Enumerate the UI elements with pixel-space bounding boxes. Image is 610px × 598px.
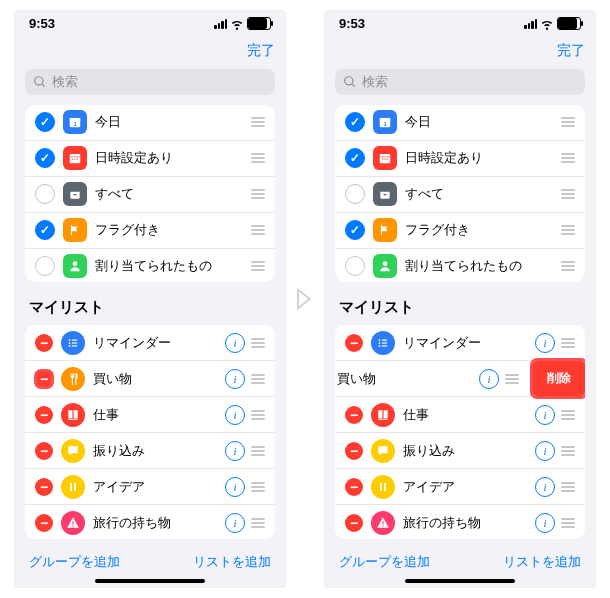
reorder-grip[interactable] bbox=[561, 153, 575, 163]
checkbox[interactable]: ✓ bbox=[345, 220, 365, 240]
info-button[interactable]: i bbox=[225, 441, 245, 461]
reorder-grip[interactable] bbox=[251, 374, 265, 384]
reorder-grip[interactable] bbox=[251, 189, 265, 199]
reorder-grip[interactable] bbox=[561, 189, 575, 199]
alert-icon bbox=[61, 511, 85, 535]
list-row[interactable]: − リマインダー i bbox=[335, 325, 585, 361]
remove-button[interactable]: − bbox=[35, 370, 53, 388]
calendar-today-icon bbox=[373, 110, 397, 134]
smart-row[interactable]: ✓ フラグ付き bbox=[25, 213, 275, 249]
phone-left: 9:53 完了 検索 ✓ 今日 ✓ 日時設定あり すべて ✓ フ bbox=[14, 10, 286, 588]
my-lists-section: − リマインダー i 買い物 i 削除 − 仕事 i − 振り込み i − アイ… bbox=[335, 325, 585, 539]
smart-row[interactable]: すべて bbox=[25, 177, 275, 213]
remove-button[interactable]: − bbox=[345, 514, 363, 532]
list-row[interactable]: − 仕事 i bbox=[25, 397, 275, 433]
reorder-grip[interactable] bbox=[251, 410, 265, 420]
checkbox[interactable] bbox=[35, 256, 55, 276]
list-row[interactable]: − 旅行の持ち物 i bbox=[335, 505, 585, 539]
smart-row[interactable]: 割り当てられたもの bbox=[335, 249, 585, 283]
smart-row[interactable]: ✓ 日時設定あり bbox=[335, 141, 585, 177]
list-row[interactable]: − 買い物 i bbox=[25, 361, 275, 397]
remove-button[interactable]: − bbox=[345, 442, 363, 460]
remove-button[interactable]: − bbox=[345, 406, 363, 424]
reorder-grip[interactable] bbox=[561, 225, 575, 235]
reorder-grip[interactable] bbox=[251, 518, 265, 528]
reorder-grip[interactable] bbox=[561, 261, 575, 271]
info-button[interactable]: i bbox=[535, 441, 555, 461]
reorder-grip[interactable] bbox=[251, 153, 265, 163]
list-label: 振り込み bbox=[403, 442, 535, 460]
flag-icon bbox=[63, 218, 87, 242]
smart-row[interactable]: すべて bbox=[335, 177, 585, 213]
reorder-grip[interactable] bbox=[561, 518, 575, 528]
reorder-grip[interactable] bbox=[505, 374, 519, 384]
reorder-grip[interactable] bbox=[251, 482, 265, 492]
remove-button[interactable]: − bbox=[345, 334, 363, 352]
info-button[interactable]: i bbox=[535, 333, 555, 353]
smart-row[interactable]: ✓ フラグ付き bbox=[335, 213, 585, 249]
book-icon bbox=[61, 403, 85, 427]
calendar-icon bbox=[373, 146, 397, 170]
checkbox[interactable]: ✓ bbox=[345, 112, 365, 132]
list-row[interactable]: 買い物 i 削除 bbox=[335, 361, 585, 397]
add-group-button[interactable]: グループを追加 bbox=[339, 553, 430, 571]
smart-row[interactable]: ✓ 日時設定あり bbox=[25, 141, 275, 177]
list-row[interactable]: − アイデア i bbox=[25, 469, 275, 505]
add-list-button[interactable]: リストを追加 bbox=[503, 553, 581, 571]
reorder-grip[interactable] bbox=[251, 446, 265, 456]
add-group-button[interactable]: グループを追加 bbox=[29, 553, 120, 571]
remove-button[interactable]: − bbox=[35, 406, 53, 424]
info-button[interactable]: i bbox=[225, 333, 245, 353]
remove-button[interactable]: − bbox=[35, 514, 53, 532]
list-row[interactable]: − 振り込み i bbox=[25, 433, 275, 469]
info-button[interactable]: i bbox=[535, 513, 555, 533]
checkbox[interactable] bbox=[35, 184, 55, 204]
remove-button[interactable]: − bbox=[345, 478, 363, 496]
tray-icon bbox=[373, 182, 397, 206]
reorder-grip[interactable] bbox=[251, 338, 265, 348]
reorder-grip[interactable] bbox=[561, 482, 575, 492]
add-list-button[interactable]: リストを追加 bbox=[193, 553, 271, 571]
reorder-grip[interactable] bbox=[561, 410, 575, 420]
list-label: 買い物 bbox=[93, 370, 225, 388]
list-row[interactable]: − 振り込み i bbox=[335, 433, 585, 469]
home-indicator[interactable] bbox=[95, 579, 205, 583]
checkbox[interactable]: ✓ bbox=[345, 148, 365, 168]
list-row[interactable]: − 旅行の持ち物 i bbox=[25, 505, 275, 539]
info-button[interactable]: i bbox=[535, 477, 555, 497]
checkbox[interactable]: ✓ bbox=[35, 112, 55, 132]
remove-button[interactable]: − bbox=[35, 478, 53, 496]
checkbox[interactable] bbox=[345, 256, 365, 276]
list-row[interactable]: − 仕事 i bbox=[335, 397, 585, 433]
reorder-grip[interactable] bbox=[251, 117, 265, 127]
info-button[interactable]: i bbox=[479, 369, 499, 389]
reorder-grip[interactable] bbox=[251, 261, 265, 271]
delete-button[interactable]: 削除 bbox=[533, 361, 585, 396]
info-button[interactable]: i bbox=[535, 405, 555, 425]
done-button[interactable]: 完了 bbox=[557, 42, 585, 60]
list-icon bbox=[371, 331, 395, 355]
info-button[interactable]: i bbox=[225, 369, 245, 389]
done-button[interactable]: 完了 bbox=[247, 42, 275, 60]
info-button[interactable]: i bbox=[225, 477, 245, 497]
status-bar: 9:53 bbox=[15, 11, 285, 37]
checkbox[interactable] bbox=[345, 184, 365, 204]
list-row[interactable]: − アイデア i bbox=[335, 469, 585, 505]
info-button[interactable]: i bbox=[225, 513, 245, 533]
smart-row[interactable]: 割り当てられたもの bbox=[25, 249, 275, 283]
smart-row[interactable]: ✓ 今日 bbox=[25, 105, 275, 141]
search-input[interactable]: 検索 bbox=[25, 69, 275, 95]
checkbox[interactable]: ✓ bbox=[35, 220, 55, 240]
checkbox[interactable]: ✓ bbox=[35, 148, 55, 168]
list-row[interactable]: − リマインダー i bbox=[25, 325, 275, 361]
info-button[interactable]: i bbox=[225, 405, 245, 425]
search-input[interactable]: 検索 bbox=[335, 69, 585, 95]
smart-row[interactable]: ✓ 今日 bbox=[335, 105, 585, 141]
remove-button[interactable]: − bbox=[35, 442, 53, 460]
reorder-grip[interactable] bbox=[561, 117, 575, 127]
reorder-grip[interactable] bbox=[561, 338, 575, 348]
home-indicator[interactable] bbox=[405, 579, 515, 583]
reorder-grip[interactable] bbox=[561, 446, 575, 456]
remove-button[interactable]: − bbox=[35, 334, 53, 352]
reorder-grip[interactable] bbox=[251, 225, 265, 235]
